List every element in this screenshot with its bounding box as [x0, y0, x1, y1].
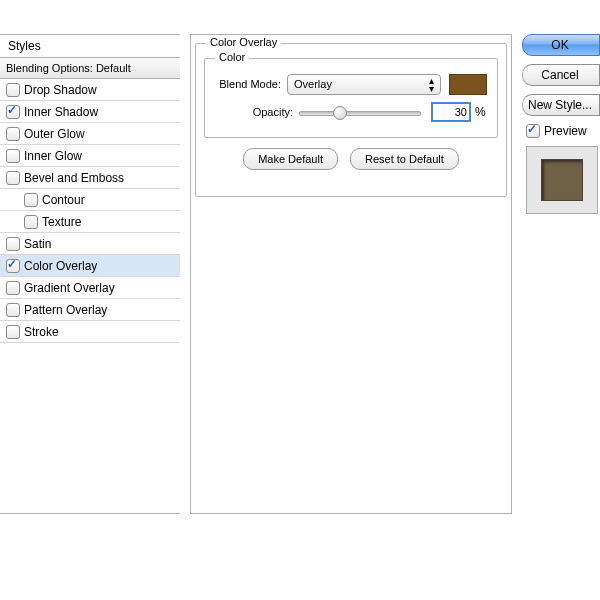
opacity-input[interactable]: 30: [431, 102, 471, 122]
blending-options-row[interactable]: Blending Options: Default: [0, 58, 180, 79]
make-default-button[interactable]: Make Default: [243, 148, 338, 170]
preview-inner: [541, 159, 583, 201]
opacity-suffix: %: [475, 105, 486, 119]
style-item-pattern-overlay[interactable]: Pattern Overlay: [0, 299, 180, 321]
blend-mode-value: Overlay: [294, 78, 332, 90]
style-item-stroke[interactable]: Stroke: [0, 321, 180, 343]
style-item-gradient-overlay[interactable]: Gradient Overlay: [0, 277, 180, 299]
style-item-label: Stroke: [24, 325, 59, 339]
style-item-label: Color Overlay: [24, 259, 97, 273]
style-item-inner-shadow[interactable]: Inner Shadow: [0, 101, 180, 123]
style-item-texture[interactable]: Texture: [0, 211, 180, 233]
style-item-satin[interactable]: Satin: [0, 233, 180, 255]
style-item-label: Satin: [24, 237, 51, 251]
blend-mode-select[interactable]: Overlay ▴▾: [287, 74, 441, 95]
preview-label: Preview: [544, 124, 587, 138]
dialog-buttons: OK Cancel New Style... Preview: [522, 34, 600, 214]
style-item-color-overlay[interactable]: Color Overlay: [0, 255, 180, 277]
style-checkbox[interactable]: [6, 127, 20, 141]
style-item-inner-glow[interactable]: Inner Glow: [0, 145, 180, 167]
new-style-button[interactable]: New Style...: [522, 94, 600, 116]
style-item-label: Inner Shadow: [24, 105, 98, 119]
opacity-slider[interactable]: [299, 105, 421, 119]
blend-mode-label: Blend Mode:: [215, 78, 287, 90]
style-item-bevel-and-emboss[interactable]: Bevel and Emboss: [0, 167, 180, 189]
style-checkbox[interactable]: [6, 149, 20, 163]
style-item-drop-shadow[interactable]: Drop Shadow: [0, 79, 180, 101]
style-checkbox[interactable]: [6, 237, 20, 251]
styles-sidebar: Styles Blending Options: Default Drop Sh…: [0, 34, 180, 514]
overlay-color-swatch[interactable]: [449, 74, 487, 95]
group-title-color: Color: [215, 51, 249, 63]
style-item-label: Gradient Overlay: [24, 281, 115, 295]
style-checkbox[interactable]: [6, 259, 20, 273]
style-item-contour[interactable]: Contour: [0, 189, 180, 211]
style-checkbox[interactable]: [24, 193, 38, 207]
style-checkbox[interactable]: [24, 215, 38, 229]
preview-thumbnail: [526, 146, 598, 214]
group-title-color-overlay: Color Overlay: [206, 36, 281, 48]
style-checkbox[interactable]: [6, 171, 20, 185]
style-checkbox[interactable]: [6, 325, 20, 339]
ok-button[interactable]: OK: [522, 34, 600, 56]
style-item-label: Drop Shadow: [24, 83, 97, 97]
styles-heading: Styles: [0, 35, 180, 58]
opacity-label: Opacity:: [215, 106, 299, 118]
style-checkbox[interactable]: [6, 83, 20, 97]
style-item-label: Outer Glow: [24, 127, 85, 141]
style-checkbox[interactable]: [6, 281, 20, 295]
style-checkbox[interactable]: [6, 105, 20, 119]
reset-default-button[interactable]: Reset to Default: [350, 148, 459, 170]
style-item-label: Inner Glow: [24, 149, 82, 163]
style-item-label: Texture: [42, 215, 81, 229]
style-item-outer-glow[interactable]: Outer Glow: [0, 123, 180, 145]
opacity-slider-knob[interactable]: [333, 106, 347, 120]
style-item-label: Pattern Overlay: [24, 303, 107, 317]
chevron-updown-icon: ▴▾: [429, 77, 434, 93]
style-item-label: Contour: [42, 193, 85, 207]
preview-checkbox[interactable]: [526, 124, 540, 138]
cancel-button[interactable]: Cancel: [522, 64, 600, 86]
style-checkbox[interactable]: [6, 303, 20, 317]
color-overlay-panel: Color Overlay Color Blend Mode: Overlay …: [190, 34, 512, 514]
style-item-label: Bevel and Emboss: [24, 171, 124, 185]
